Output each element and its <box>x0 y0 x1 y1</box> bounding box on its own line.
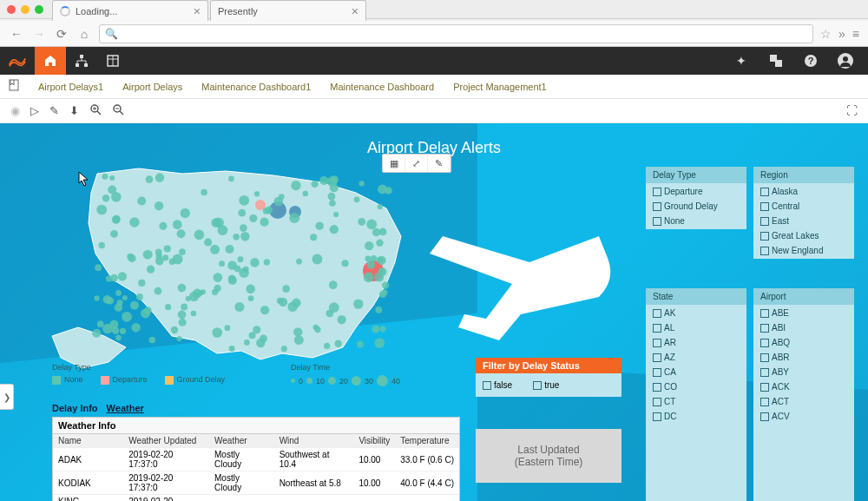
tab-close-icon[interactable]: × <box>352 4 358 18</box>
checkbox-true[interactable]: true <box>533 380 559 390</box>
svg-point-36 <box>328 193 336 201</box>
download-icon[interactable]: ⬇ <box>69 104 79 117</box>
bookmark-icon[interactable]: ☆ <box>820 27 832 41</box>
filter-checkbox[interactable]: Central <box>760 201 847 211</box>
filter-checkbox[interactable]: CT <box>653 397 740 406</box>
filter-checkbox[interactable]: AZ <box>653 353 740 362</box>
filter-checkbox[interactable]: Great Lakes <box>760 231 847 241</box>
filter-checkbox[interactable]: ABE <box>760 308 847 318</box>
filter-checkbox[interactable]: ACV <box>760 412 847 421</box>
svg-point-110 <box>263 208 270 214</box>
filter-checkbox[interactable]: CA <box>653 367 740 377</box>
svg-point-182 <box>214 273 223 282</box>
zoom-in-icon[interactable] <box>89 103 102 118</box>
filter-checkbox[interactable]: ABI <box>760 323 847 333</box>
filter-checkbox[interactable]: New England <box>760 246 847 255</box>
table-row[interactable]: KING SALMON2019-02-20 17:37:0OvercastSou… <box>53 495 459 502</box>
us-map[interactable] <box>43 158 434 384</box>
loading-spinner-icon <box>60 6 70 16</box>
prev-page-icon[interactable]: ◉ <box>10 104 20 117</box>
svg-point-40 <box>155 201 163 210</box>
filter-checkbox[interactable]: ABR <box>760 353 847 362</box>
svg-point-106 <box>367 260 375 268</box>
svg-point-129 <box>115 335 121 340</box>
next-page-icon[interactable]: ▷ <box>30 104 39 117</box>
hierarchy-nav-button[interactable] <box>66 47 97 75</box>
browser-menu-icon[interactable]: ≡ <box>852 27 859 41</box>
library-nav-button[interactable] <box>97 47 128 75</box>
browser-tab[interactable]: Presently × <box>210 0 366 21</box>
browser-tab[interactable]: Loading... × <box>52 0 208 21</box>
reload-button[interactable]: ⟳ <box>54 26 69 42</box>
svg-point-77 <box>315 221 323 229</box>
table-cell: Northeast at 5.8 <box>274 471 354 495</box>
tab-weather[interactable]: Weather <box>107 403 144 413</box>
table-row[interactable]: KODIAK2019-02-20 17:37:0Mostly CloudyNor… <box>53 471 459 495</box>
home-nav-button[interactable] <box>35 47 66 75</box>
filter-checkbox[interactable]: Alaska <box>760 187 847 196</box>
table-header[interactable]: Weather Updated <box>123 434 209 448</box>
filter-checkbox[interactable]: AR <box>653 338 740 347</box>
table-cell: Southwest at 10.4 <box>274 448 354 471</box>
legend-item: Departure <box>101 375 148 385</box>
svg-point-162 <box>103 295 112 304</box>
filter-checkbox[interactable]: AK <box>653 308 740 318</box>
back-button[interactable]: ← <box>9 26 24 42</box>
address-bar[interactable]: 🔍 <box>99 24 813 43</box>
breadcrumb-link[interactable]: Maintenance Dashboard <box>330 82 434 92</box>
side-expand-button[interactable]: ❯ <box>0 384 14 410</box>
sparkle-icon[interactable]: ✦ <box>726 47 757 75</box>
svg-point-11 <box>843 56 848 62</box>
filter-checkbox[interactable]: ACT <box>760 397 847 406</box>
filter-checkbox[interactable]: ABQ <box>760 338 847 347</box>
edit-icon[interactable]: ✎ <box>49 104 59 117</box>
table-header[interactable]: Name <box>53 434 123 448</box>
filter-checkbox[interactable]: CO <box>653 382 740 392</box>
breadcrumb-link[interactable]: Airport Delays <box>122 82 182 92</box>
svg-point-32 <box>329 280 338 289</box>
svg-point-179 <box>381 289 387 295</box>
browser-tabs: Loading... × Presently × <box>0 0 868 21</box>
filter-checkbox[interactable]: Ground Delay <box>653 201 740 211</box>
svg-point-164 <box>178 311 187 320</box>
svg-point-34 <box>177 229 186 238</box>
forward-button[interactable]: → <box>31 26 47 42</box>
breadcrumb-row: Airport Delays1 Airport Delays Maintenan… <box>0 75 868 99</box>
table-header[interactable]: Temperature <box>395 434 459 448</box>
svg-point-102 <box>324 343 330 349</box>
svg-point-132 <box>327 176 338 187</box>
tab-close-icon[interactable]: × <box>194 4 201 18</box>
table-header[interactable]: Visibility <box>353 434 395 448</box>
svg-point-96 <box>181 208 190 218</box>
help-icon[interactable]: ? <box>795 47 826 75</box>
filter-checkbox[interactable]: East <box>760 216 847 226</box>
svg-point-183 <box>173 220 182 229</box>
filter-checkbox[interactable]: DC <box>653 412 740 421</box>
tab-delay-info[interactable]: Delay Info <box>52 403 98 413</box>
bookmark-icon[interactable] <box>9 79 19 94</box>
svg-point-181 <box>214 217 224 227</box>
panel-header: State <box>646 288 746 305</box>
home-button[interactable]: ⌂ <box>76 26 92 42</box>
table-header[interactable]: Weather <box>209 434 274 448</box>
table-row[interactable]: ADAK2019-02-20 17:37:0Mostly CloudySouth… <box>53 448 459 471</box>
table-header[interactable]: Wind <box>274 434 354 448</box>
fullscreen-icon[interactable]: ⛶ <box>846 104 858 117</box>
svg-point-160 <box>337 315 345 324</box>
filter-checkbox[interactable]: ACK <box>760 382 847 392</box>
filter-checkbox[interactable]: AL <box>653 323 740 333</box>
filter-checkbox[interactable]: Departure <box>653 187 740 196</box>
filter-checkbox[interactable]: None <box>653 216 740 226</box>
breadcrumb-link[interactable]: Maintenance Dashboard1 <box>201 82 311 92</box>
user-avatar-icon[interactable] <box>830 47 861 75</box>
table-cell: Mostly Cloudy <box>209 448 274 471</box>
breadcrumb-link[interactable]: Airport Delays1 <box>38 82 103 92</box>
translate-icon[interactable] <box>760 47 792 75</box>
table-cell: 2019-02-20 17:37:0 <box>123 495 209 502</box>
breadcrumb-link[interactable]: Project Management1 <box>453 82 547 92</box>
extensions-icon[interactable]: » <box>838 27 845 41</box>
checkbox-false[interactable]: false <box>483 380 512 390</box>
zoom-out-icon[interactable] <box>112 103 124 118</box>
svg-point-38 <box>143 250 153 260</box>
filter-checkbox[interactable]: ABY <box>760 367 847 377</box>
